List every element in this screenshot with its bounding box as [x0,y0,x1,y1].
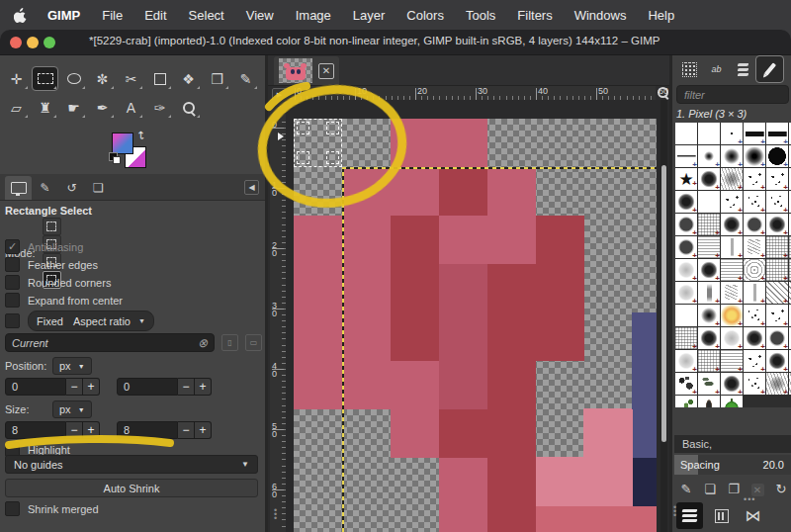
menu-view[interactable]: View [235,8,285,23]
menu-gimp[interactable]: GIMP [37,8,91,23]
brush-soft2[interactable]: + [698,305,720,326]
size-unit-dropdown[interactable]: px ▼ [52,400,92,418]
brush-soft2[interactable]: + [721,145,743,167]
brush-speck[interactable]: + [766,305,788,326]
brush-blob[interactable]: + [721,214,743,235]
brush-print[interactable]: + [675,373,697,395]
brush-blank[interactable] [675,123,697,144]
bucket-fill-tool[interactable]: ❒ [205,67,229,90]
tab-device-status[interactable]: ✎ [32,176,58,200]
tab-brushes[interactable] [756,56,783,82]
brush-leaf[interactable]: + [698,373,720,395]
brush-texture[interactable]: + [698,350,720,372]
brush-stipple[interactable]: + [675,236,697,258]
brush-scratch[interactable]: + [766,373,788,395]
brush-vline[interactable]: + [744,282,765,304]
brush-grain[interactable]: + [675,350,697,372]
rounded-corners-checkbox[interactable] [5,275,20,290]
dock-resize-handle[interactable]: ••• [274,508,278,520]
color-picker-tool[interactable]: ✑ [147,96,172,119]
brush-blob[interactable]: + [698,259,720,281]
brush-circle[interactable]: + [766,145,788,167]
brush-bar[interactable]: + [766,123,788,144]
brush-texture[interactable]: + [766,236,788,258]
apple-logo-icon[interactable] [14,8,27,23]
brush-blob[interactable]: + [698,327,720,349]
shrink-merged-checkbox[interactable] [5,501,20,516]
text-tool[interactable]: A [119,96,143,119]
brush-paper[interactable]: + [698,236,720,258]
brush-texture[interactable]: + [675,327,697,349]
brush-swirl[interactable]: + [744,259,765,281]
brush-grain[interactable]: + [675,259,697,281]
aspect-ratio-input[interactable]: Current ⊗ [5,333,215,352]
size-height-decrement[interactable]: − [178,421,195,439]
list-view-tab[interactable] [676,502,703,529]
size-width-decrement[interactable]: − [66,421,83,439]
position-x-increment[interactable]: + [83,378,100,396]
brush-blob[interactable]: + [766,350,788,372]
brush-blank[interactable] [698,191,720,213]
brush-smear[interactable]: + [698,282,720,304]
guides-dropdown[interactable]: No guides ▼ [5,455,258,474]
brush-soft1[interactable]: + [698,145,720,167]
position-y-input[interactable]: 0 [117,378,178,396]
brush-star[interactable]: ★+ [675,168,697,190]
zoom-window-button[interactable] [44,37,55,48]
menu-layer[interactable]: Layer [342,8,396,23]
pencil-tool[interactable]: ✎ [233,67,258,90]
canvas-viewport[interactable] [286,100,669,532]
brush-stipple[interactable]: + [675,214,697,235]
brush-sun[interactable]: + [721,305,743,326]
fixed-aspect-dropdown[interactable]: Fixed Aspect ratio ▼ [28,310,154,331]
menu-edit[interactable]: Edit [133,8,177,23]
duplicate-brush-button[interactable]: ❐ [722,482,746,496]
clear-input-icon[interactable]: ⊗ [198,336,208,350]
brush-spray[interactable]: + [766,191,788,213]
position-unit-dropdown[interactable]: px ▼ [52,357,92,375]
brush-squiggle[interactable]: + [721,282,743,304]
expand-from-center-checkbox[interactable] [5,293,20,308]
transform-tool[interactable] [147,67,172,90]
menu-help[interactable]: Help [637,8,685,23]
brush-spray[interactable]: + [744,191,765,213]
menu-tools[interactable]: Tools [455,8,506,23]
move-tool[interactable]: ✛ [4,67,29,90]
image-canvas[interactable] [294,119,657,532]
brush-spray[interactable]: + [744,373,765,395]
position-x-input[interactable]: 0 [5,378,66,396]
free-select-tool[interactable] [61,67,86,90]
horizontal-ruler[interactable]: 0102030405060 [286,86,656,101]
brush-blank[interactable] [698,123,720,144]
antialiasing-checkbox[interactable]: ✓ [5,239,20,254]
fixed-checkbox[interactable] [5,313,20,328]
brush-blob[interactable]: + [744,327,765,349]
position-y-decrement[interactable]: − [178,378,195,396]
fuzzy-select-tool[interactable]: ✼ [90,67,115,90]
menu-colors[interactable]: Colors [396,8,455,23]
brush-paper[interactable]: + [721,350,743,372]
brush-pepper[interactable]: + [721,396,743,407]
brush-paper[interactable]: + [721,259,743,281]
brush-stipple[interactable]: + [766,327,788,349]
menu-file[interactable]: File [91,8,133,23]
selection-handle[interactable] [326,122,339,134]
brush-line[interactable]: + [675,145,697,167]
brush-squiggle[interactable]: + [744,236,765,258]
close-window-button[interactable] [10,37,22,48]
minimize-window-button[interactable] [27,37,39,48]
brush-blob[interactable]: + [698,168,720,190]
landscape-orientation-button[interactable]: ▭ [245,334,262,351]
close-image-icon[interactable]: ✕ [318,63,334,79]
smudge-tool[interactable]: ☛ [61,96,86,119]
default-colors-icon[interactable] [109,152,118,161]
scrollbar-thumb[interactable] [661,165,666,442]
edit-brush-button[interactable]: ✎ [674,482,698,496]
tab-undo-history[interactable]: ↺ [58,176,85,200]
grid-view-tab[interactable] [708,502,735,529]
position-x-decrement[interactable]: − [66,378,83,396]
tab-fonts[interactable]: ab [703,56,730,82]
eraser-tool[interactable]: ▱ [4,96,29,119]
brush-texture[interactable]: + [766,259,788,281]
brush-scratch[interactable]: + [721,168,743,190]
